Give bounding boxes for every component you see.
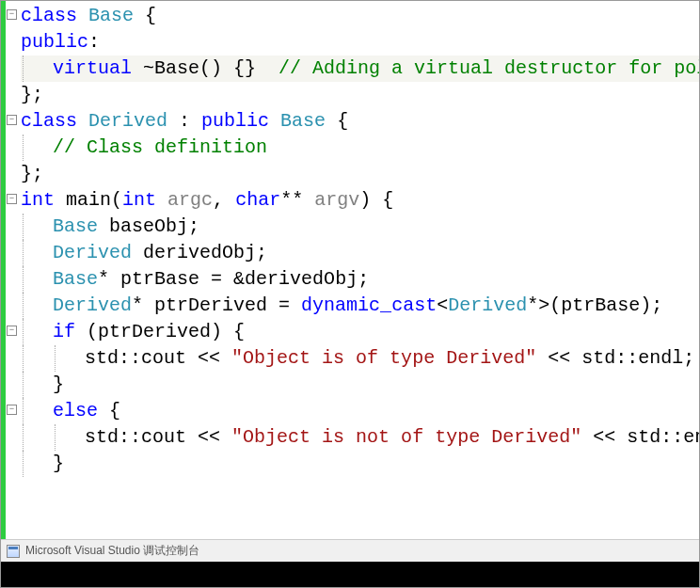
code-line[interactable]: else {	[21, 398, 699, 424]
token-type: Base	[53, 215, 98, 237]
token-op: <<	[198, 426, 220, 448]
fold-toggle-icon[interactable]: −	[7, 9, 17, 20]
token-op: <<	[198, 347, 220, 369]
console-title-text: Microsoft Visual Studio 调试控制台	[25, 543, 199, 559]
token-op: =	[211, 268, 222, 290]
token-type: Derived	[53, 242, 132, 263]
token-punct: ::	[119, 426, 141, 448]
code-line[interactable]: class Base {	[21, 3, 699, 29]
indent-guide	[23, 398, 24, 424]
indent-guide	[23, 56, 24, 82]
token-param: argv	[314, 189, 359, 211]
token-kw: else	[53, 400, 98, 421]
token-punct: ;	[683, 347, 694, 369]
token-punct: :	[179, 110, 201, 132]
indent-guide	[23, 319, 24, 345]
code-line[interactable]: int main(int argc, char** argv) {	[21, 187, 699, 214]
token-func: main	[66, 189, 111, 211]
token-op: =	[278, 294, 290, 316]
token-punct: (	[87, 321, 98, 342]
token-punct: *	[98, 268, 120, 290]
fold-toggle-icon[interactable]: −	[7, 405, 17, 415]
code-line[interactable]: };	[21, 161, 699, 187]
token-punct: ;	[256, 242, 267, 263]
code-line[interactable]: Derived derivedObj;	[21, 240, 699, 266]
console-window-icon	[7, 545, 20, 558]
token-kw: char	[235, 189, 280, 211]
token-kw: int	[21, 189, 55, 211]
console-title-bar: Microsoft Visual Studio 调试控制台	[1, 539, 699, 562]
token-kw: dynamic_cast	[301, 294, 437, 316]
token-punct: };	[21, 163, 43, 184]
token-punct: ::	[660, 426, 683, 448]
indent-guide	[23, 293, 24, 319]
token-punct: ~	[143, 57, 154, 79]
token-type: Base	[53, 268, 98, 290]
fold-toggle-icon[interactable]: −	[7, 115, 17, 125]
token-type: Derived	[53, 294, 132, 316]
code-line[interactable]: std::cout << "Object is of type Derived"…	[21, 345, 699, 372]
code-line[interactable]: }	[21, 451, 699, 477]
code-text-area[interactable]: class Base {public:virtual ~Base() {} //…	[19, 1, 699, 539]
code-line[interactable]: virtual ~Base() {} // Adding a virtual d…	[21, 56, 699, 82]
code-line[interactable]: std::cout << "Object is not of type Deri…	[21, 424, 699, 451]
token-ident: ptrDerived	[154, 294, 267, 316]
token-kw: if	[53, 321, 75, 342]
indent-guide	[23, 240, 24, 266]
token-op: &	[233, 268, 245, 290]
indent-guide	[23, 451, 24, 477]
token-punct: <	[437, 294, 448, 316]
token-punct: {	[145, 5, 156, 26]
indent-guide	[23, 266, 24, 293]
token-kw: class	[21, 110, 77, 132]
token-ident: endl	[683, 426, 699, 448]
indent-guide	[55, 345, 56, 372]
token-ident: endl	[638, 347, 683, 369]
token-punct: ::	[119, 347, 141, 369]
console-output[interactable]: Object is of type Derived object name: c…	[1, 562, 699, 588]
token-ident: cout	[141, 426, 186, 448]
token-comment: // Adding a virtual destructor for polym…	[278, 57, 699, 79]
code-line[interactable]: Base* ptrBase = &derivedObj;	[21, 266, 699, 293]
token-op: <<	[548, 347, 570, 369]
token-str: "Object is of type Derived"	[231, 347, 536, 369]
token-ident: std	[581, 347, 615, 369]
token-punct: :	[88, 31, 100, 53]
fold-toggle-icon[interactable]: −	[7, 194, 17, 204]
token-ident: derivedObj	[245, 268, 358, 290]
token-type: Base	[280, 110, 326, 132]
code-line[interactable]: Derived* ptrDerived = dynamic_cast<Deriv…	[21, 293, 699, 319]
code-editor[interactable]: −−−−− class Base {public:virtual ~Base()…	[1, 1, 699, 539]
token-ident: baseObj	[109, 215, 188, 237]
token-kw: int	[122, 189, 156, 211]
code-line[interactable]: public:	[21, 29, 699, 56]
token-punct: {	[109, 400, 120, 421]
token-punct: ;	[188, 215, 199, 237]
code-line[interactable]: // Class definition	[21, 135, 699, 161]
token-ident: ptrBase	[561, 294, 640, 316]
token-type: Derived	[448, 294, 527, 316]
token-punct: *	[132, 294, 154, 316]
token-param: argc	[167, 189, 213, 211]
token-ident: ptrDerived	[98, 321, 211, 342]
token-ident: std	[85, 426, 119, 448]
token-punct: ) {	[359, 189, 393, 211]
fold-toggle-icon[interactable]: −	[7, 326, 17, 336]
token-punct: };	[21, 84, 43, 105]
code-line[interactable]: };	[21, 82, 699, 108]
fold-gutter: −−−−−	[6, 1, 19, 539]
token-ident: std	[627, 426, 660, 448]
code-line[interactable]: class Derived : public Base {	[21, 108, 699, 135]
code-line[interactable]: if (ptrDerived) {	[21, 319, 699, 345]
token-punct: {	[337, 110, 348, 132]
code-line[interactable]: Base baseObj;	[21, 214, 699, 240]
code-line[interactable]: }	[21, 372, 699, 398]
token-ident: derivedObj	[143, 242, 256, 263]
indent-guide	[23, 214, 24, 240]
token-punct: );	[640, 294, 662, 316]
indent-guide	[55, 424, 56, 451]
token-punct: }	[53, 373, 64, 395]
token-comment: // Class definition	[53, 136, 267, 158]
token-str: "Object is not of type Derived"	[231, 426, 581, 448]
token-punct: ::	[615, 347, 638, 369]
